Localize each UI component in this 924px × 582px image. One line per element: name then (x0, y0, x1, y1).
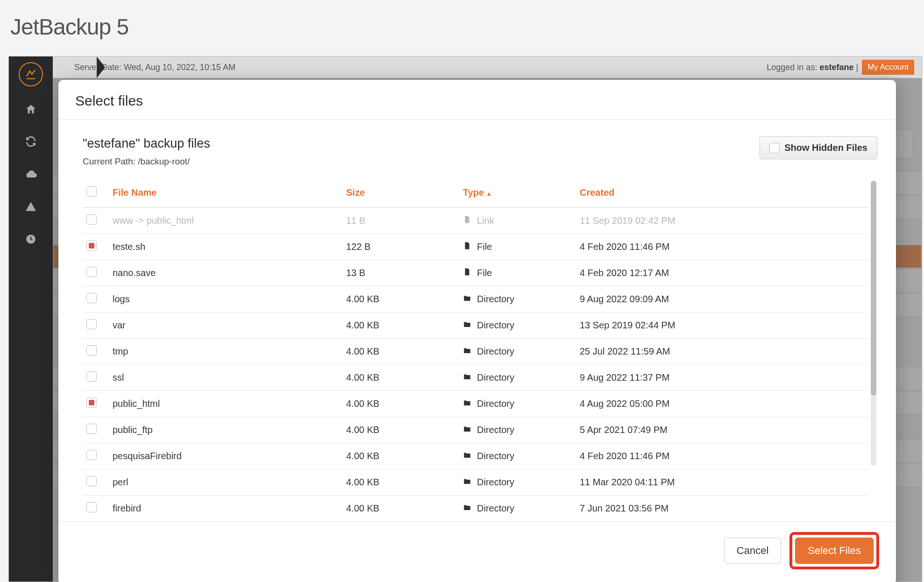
file-created: 7 Jun 2021 03:56 PM (576, 496, 869, 522)
file-name: perl (109, 469, 342, 496)
scrollbar[interactable] (869, 181, 877, 521)
file-size: 4.00 KB (342, 391, 459, 417)
row-checkbox[interactable] (86, 371, 97, 382)
logo-icon (19, 62, 43, 86)
file-type: Directory (477, 372, 514, 383)
table-row[interactable]: tmp4.00 KBDirectory25 Jul 2022 11:59 AM (83, 339, 869, 365)
select-files-button[interactable]: Select Files (795, 538, 874, 564)
folder-icon (463, 476, 471, 488)
file-name: tmp (109, 339, 342, 365)
refresh-icon[interactable] (25, 135, 37, 151)
modal-header: Select files (58, 80, 896, 120)
folder-icon (463, 346, 471, 357)
alert-icon[interactable] (25, 201, 37, 216)
files-table: File Name Size Type▲ Created www -> publ… (83, 181, 869, 521)
select-files-modal: Select files "estefane" backup files Cur… (58, 80, 896, 582)
scrollbar-thumb[interactable] (871, 181, 876, 396)
file-type: File (477, 241, 492, 252)
file-created: 9 Aug 2022 11:37 PM (576, 365, 869, 391)
show-hidden-label: Show Hidden Files (784, 142, 867, 153)
row-checkbox[interactable] (86, 214, 97, 225)
file-type: Directory (477, 503, 514, 514)
file-created: 25 Jul 2022 11:59 AM (576, 339, 869, 365)
file-size: 4.00 KB (342, 365, 459, 391)
select-files-highlight: Select Files (789, 532, 879, 569)
chevron-right-icon (97, 57, 105, 78)
table-row[interactable]: teste.sh122 BFile4 Feb 2020 11:46 PM (83, 234, 869, 260)
file-name: teste.sh (109, 234, 342, 260)
table-row[interactable]: nano.save13 BFile4 Feb 2020 12:17 AM (83, 260, 869, 286)
sidebar (9, 57, 53, 582)
file-name: nano.save (109, 260, 342, 286)
table-row[interactable]: public_html4.00 KBDirectory4 Aug 2022 05… (83, 391, 869, 417)
modal-footer: Cancel Select Files (58, 521, 896, 582)
file-created: 11 Sep 2019 02:42 PM (576, 208, 869, 234)
folder-icon (463, 424, 471, 436)
table-row[interactable]: public_ftp4.00 KBDirectory5 Apr 2021 07:… (83, 417, 869, 443)
file-created: 9 Aug 2022 09:09 AM (576, 286, 869, 312)
table-row[interactable]: ssl4.00 KBDirectory9 Aug 2022 11:37 PM (83, 365, 869, 391)
cloud-download-icon[interactable] (24, 168, 37, 184)
file-created: 13 Sep 2019 02:44 PM (576, 312, 869, 339)
table-row[interactable]: var4.00 KBDirectory13 Sep 2019 02:44 PM (83, 312, 869, 339)
file-created: 4 Feb 2020 11:46 PM (576, 443, 869, 469)
table-row[interactable]: firebird4.00 KBDirectory7 Jun 2021 03:56… (83, 496, 869, 522)
row-checkbox[interactable] (86, 241, 97, 251)
modal-subtitle: "estefane" backup files (83, 136, 210, 151)
table-row[interactable]: logs4.00 KBDirectory9 Aug 2022 09:09 AM (83, 286, 869, 312)
file-type: Directory (477, 451, 514, 461)
my-account-button[interactable]: My Account (862, 60, 914, 75)
cancel-button[interactable]: Cancel (724, 538, 781, 564)
file-type: Directory (477, 477, 514, 488)
row-checkbox[interactable] (86, 424, 97, 434)
current-path: Current Path: /backup-root/ (83, 156, 210, 167)
clock-icon[interactable] (25, 233, 37, 248)
column-header-type[interactable]: Type▲ (459, 181, 576, 208)
logged-in-label: Logged in as: estefane | (767, 63, 858, 72)
file-type: Directory (477, 294, 514, 305)
show-hidden-toggle[interactable]: Show Hidden Files (760, 136, 877, 159)
file-created: 4 Feb 2020 11:46 PM (576, 234, 869, 260)
row-checkbox[interactable] (86, 267, 97, 277)
file-type: Directory (477, 320, 514, 331)
file-name: firebird (109, 496, 342, 522)
app-frame: Server Date: Wed, Aug 10, 2022, 10:15 AM… (8, 56, 922, 582)
row-checkbox[interactable] (86, 319, 97, 329)
file-size: 13 B (342, 260, 459, 286)
table-row[interactable]: www -> public_html11 BLink11 Sep 2019 02… (83, 208, 869, 234)
file-created: 4 Feb 2020 12:17 AM (576, 260, 869, 286)
table-row[interactable]: perl4.00 KBDirectory11 Mar 2020 04:11 PM (83, 469, 869, 496)
file-size: 4.00 KB (342, 443, 459, 469)
file-size: 122 B (342, 234, 459, 260)
row-checkbox[interactable] (86, 345, 97, 355)
file-name: pesquisaFirebird (109, 443, 342, 469)
row-checkbox[interactable] (86, 476, 97, 486)
topbar: Server Date: Wed, Aug 10, 2022, 10:15 AM… (53, 57, 922, 78)
row-checkbox[interactable] (86, 293, 97, 303)
modal-title: Select files (75, 93, 879, 109)
folder-icon (463, 398, 471, 410)
file-size: 4.00 KB (342, 469, 459, 496)
file-size: 11 B (342, 208, 459, 234)
column-header-created[interactable]: Created (576, 181, 869, 208)
row-checkbox[interactable] (86, 397, 97, 408)
file-name: public_ftp (109, 417, 342, 443)
row-checkbox[interactable] (86, 502, 97, 512)
row-checkbox[interactable] (86, 450, 97, 460)
home-icon[interactable] (25, 103, 37, 119)
file-name: www -> public_html (109, 208, 342, 234)
select-all-checkbox[interactable] (86, 186, 97, 197)
file-size: 4.00 KB (342, 339, 459, 365)
app-title: JetBackup 5 (0, 0, 924, 54)
file-name: public_html (109, 391, 342, 417)
show-hidden-checkbox[interactable] (769, 143, 780, 153)
column-header-name[interactable]: File Name (109, 181, 342, 208)
table-row[interactable]: pesquisaFirebird4.00 KBDirectory4 Feb 20… (83, 443, 869, 469)
file-name: ssl (109, 365, 342, 391)
column-header-size[interactable]: Size (342, 181, 459, 208)
file-created: 11 Mar 2020 04:11 PM (576, 469, 869, 496)
file-type: Directory (477, 346, 514, 357)
file-size: 4.00 KB (342, 286, 459, 312)
file-icon (463, 215, 471, 227)
folder-icon (463, 503, 471, 514)
